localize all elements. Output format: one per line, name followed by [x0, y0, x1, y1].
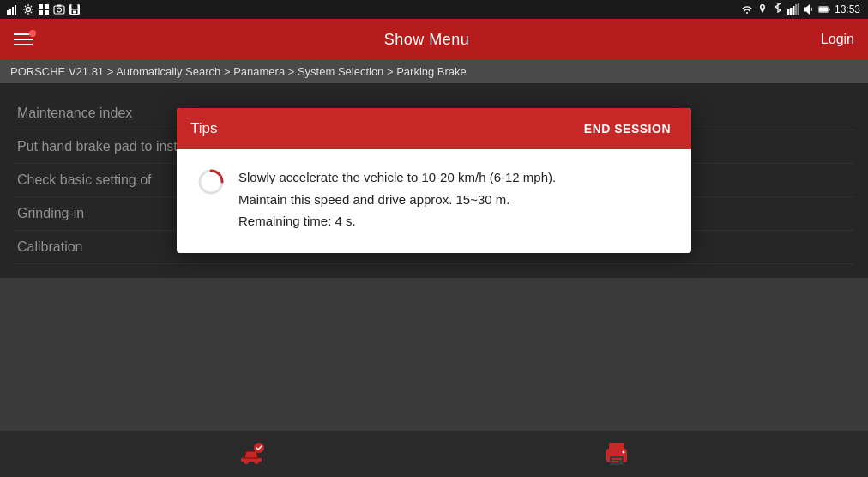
status-bar-left: [7, 3, 81, 15]
wifi-status-icon: [741, 3, 753, 15]
svg-rect-29: [241, 458, 262, 462]
svg-rect-2: [12, 7, 14, 15]
toolbar: Show Menu Login: [0, 19, 868, 60]
breadcrumb: PORSCHE V21.81 > Automatically Search > …: [0, 60, 868, 83]
time-display: 13:53: [834, 3, 861, 15]
camera-icon: [53, 3, 65, 15]
signal-bars-icon: [787, 3, 799, 15]
grid-icon: [38, 3, 50, 15]
login-button[interactable]: Login: [821, 32, 854, 47]
svg-rect-11: [57, 5, 62, 7]
car-check-icon[interactable]: [237, 439, 266, 468]
bottom-bar: [0, 431, 868, 477]
breadcrumb-text: PORSCHE V21.81 > Automatically Search > …: [10, 65, 467, 78]
modal-line3: Remaining time: 4 s.: [238, 210, 556, 232]
svg-rect-7: [39, 10, 43, 15]
notification-dot: [29, 30, 36, 37]
toolbar-title: Show Menu: [384, 31, 470, 49]
svg-rect-18: [790, 8, 793, 15]
status-bar-right: 13:53: [741, 3, 861, 15]
svg-rect-5: [39, 4, 43, 9]
status-bar: 13:53: [0, 0, 868, 19]
svg-rect-25: [829, 8, 830, 10]
end-session-button[interactable]: END SESSION: [577, 118, 678, 139]
svg-point-4: [27, 8, 31, 12]
svg-point-37: [623, 451, 625, 454]
location-icon: [756, 3, 769, 15]
svg-rect-6: [45, 4, 49, 9]
svg-rect-17: [787, 9, 790, 15]
battery-icon: [818, 3, 830, 15]
svg-point-16: [746, 12, 748, 14]
settings-icon: [22, 3, 34, 15]
svg-rect-24: [819, 7, 828, 12]
print-icon[interactable]: [602, 439, 631, 468]
modal-overlay: Tips END SESSION Slowly accelerate the v…: [0, 83, 868, 278]
loading-spinner: [197, 168, 225, 196]
main-content: Maintenance index Put hand brake pad to …: [0, 83, 868, 278]
modal-header: Tips END SESSION: [177, 108, 691, 149]
tips-modal: Tips END SESSION Slowly accelerate the v…: [177, 108, 691, 253]
svg-rect-15: [73, 11, 76, 14]
svg-rect-36: [612, 461, 618, 462]
modal-body: Slowly accelerate the vehicle to 10-20 k…: [177, 149, 691, 253]
signal-icon: [7, 3, 19, 15]
modal-title: Tips: [190, 120, 218, 137]
modal-line2: Maintain this speed and drive approx. 15…: [238, 189, 556, 211]
svg-rect-13: [72, 4, 78, 9]
svg-marker-22: [804, 4, 810, 15]
modal-message: Slowly accelerate the vehicle to 10-20 k…: [238, 166, 556, 232]
svg-point-10: [57, 8, 62, 12]
svg-rect-20: [795, 4, 798, 15]
volume-icon: [803, 3, 815, 15]
save-icon: [69, 3, 81, 15]
menu-button[interactable]: [14, 33, 33, 45]
svg-rect-1: [9, 9, 11, 15]
svg-rect-19: [793, 6, 795, 15]
svg-rect-35: [612, 458, 622, 460]
svg-rect-9: [54, 6, 64, 14]
svg-rect-3: [15, 5, 16, 15]
svg-rect-21: [798, 3, 799, 15]
bluetooth-icon: [772, 3, 784, 15]
svg-rect-0: [7, 10, 9, 15]
svg-rect-8: [45, 10, 49, 15]
modal-line1: Slowly accelerate the vehicle to 10-20 k…: [238, 166, 556, 189]
